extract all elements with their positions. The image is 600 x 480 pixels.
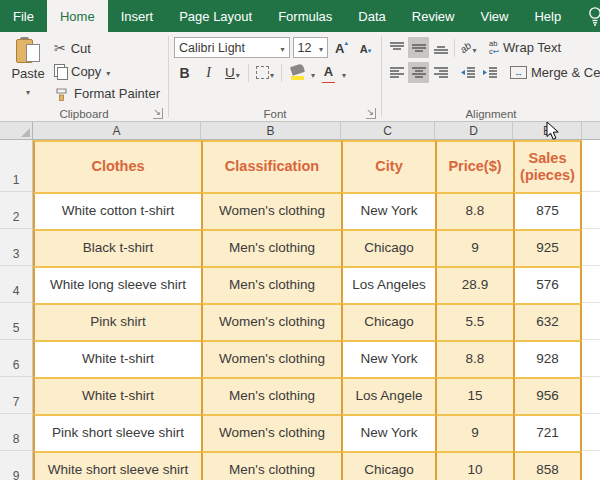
tab-formulas[interactable]: Formulas [265,0,345,32]
clipboard-dialog-launcher-icon[interactable] [153,108,163,119]
cell-filler[interactable] [582,340,600,377]
decrease-font-size-button[interactable] [355,37,376,58]
cell-filler[interactable] [582,451,600,480]
cell-e5[interactable]: 632 [513,303,582,340]
cell-filler[interactable] [582,229,600,266]
cell-d4[interactable]: 28.9 [435,266,513,303]
row-header-1[interactable]: 1 [0,140,33,192]
cell-e6[interactable]: 928 [513,340,582,377]
cell-e1[interactable]: Sales (pieces) [513,140,582,192]
increase-indent-button[interactable] [479,62,500,83]
tab-insert[interactable]: Insert [108,0,167,32]
align-right-button[interactable] [430,62,451,83]
cell-filler[interactable] [582,377,600,414]
cell-d5[interactable]: 5.5 [435,303,513,340]
cell-b9[interactable]: Men's clothing [201,451,341,480]
align-left-button[interactable] [386,62,407,83]
col-header-d[interactable]: D [435,122,513,140]
merge-center-button[interactable]: Merge & Ce [510,65,600,80]
cell-d3[interactable]: 9 [435,229,513,266]
center-button[interactable] [408,62,429,83]
col-header-b[interactable]: B [201,122,341,140]
cell-b5[interactable]: Women's clothing [201,303,341,340]
tab-view[interactable]: View [467,0,521,32]
row-header-3[interactable]: 3 [0,229,33,266]
cell-a7[interactable]: White t-shirt [33,377,201,414]
tab-home[interactable]: Home [47,0,108,32]
cell-a1[interactable]: Clothes [33,140,201,192]
cell-b8[interactable]: Women's clothing [201,414,341,451]
cell-c3[interactable]: Chicago [341,229,435,266]
row-header-6[interactable]: 6 [0,340,33,377]
cell-b4[interactable]: Men's clothing [201,266,341,303]
italic-button[interactable]: I [198,62,219,83]
cell-a2[interactable]: White cotton t-shirt [33,192,201,229]
cell-a3[interactable]: Black t-shirt [33,229,201,266]
select-all-corner[interactable] [0,122,33,140]
cell-e7[interactable]: 956 [513,377,582,414]
row-header-2[interactable]: 2 [0,192,33,229]
cell-d2[interactable]: 8.8 [435,192,513,229]
tab-review[interactable]: Review [399,0,468,32]
copy-button[interactable]: Copy [54,61,160,82]
cell-filler[interactable] [582,266,600,303]
borders-button[interactable] [254,62,276,83]
cell-c5[interactable]: Chicago [341,303,435,340]
cell-b1[interactable]: Classification [201,140,341,192]
cell-b2[interactable]: Women's clothing [201,192,341,229]
cell-c4[interactable]: Los Angeles [341,266,435,303]
tab-file[interactable]: File [0,0,47,32]
font-name-select[interactable]: Calibri Light [174,37,290,58]
row-header-9[interactable]: 9 [0,451,33,480]
cell-c1[interactable]: City [341,140,435,192]
paste-dropdown-icon[interactable] [26,81,30,99]
fill-color-button[interactable] [287,62,308,83]
cell-d7[interactable]: 15 [435,377,513,414]
cell-b7[interactable]: Men's clothing [201,377,341,414]
col-header-c[interactable]: C [341,122,435,140]
underline-button[interactable]: U [222,62,243,83]
row-header-7[interactable]: 7 [0,377,33,414]
cell-e2[interactable]: 875 [513,192,582,229]
font-color-dropdown-icon[interactable] [342,64,346,82]
cell-e9[interactable]: 858 [513,451,582,480]
cell-a8[interactable]: Pink short sleeve shirt [33,414,201,451]
font-size-select[interactable]: 12 [293,37,328,58]
row-header-5[interactable]: 5 [0,303,33,340]
tab-help[interactable]: Help [521,0,574,32]
cell-c7[interactable]: Los Angele [341,377,435,414]
cell-d9[interactable]: 10 [435,451,513,480]
cell-a5[interactable]: Pink shirt [33,303,201,340]
middle-align-button[interactable] [408,37,429,58]
cell-c6[interactable]: New York [341,340,435,377]
cell-e8[interactable]: 721 [513,414,582,451]
orientation-button[interactable] [458,37,479,58]
bottom-align-button[interactable] [430,37,451,58]
cell-c8[interactable]: New York [341,414,435,451]
cell-filler[interactable] [582,192,600,229]
cell-d1[interactable]: Price($) [435,140,513,192]
cell-d8[interactable]: 9 [435,414,513,451]
cell-a6[interactable]: White t-shirt [33,340,201,377]
cell-d6[interactable]: 8.8 [435,340,513,377]
cell-filler[interactable] [582,140,600,192]
copy-dropdown-icon[interactable] [106,64,110,79]
format-painter-button[interactable]: Format Painter [54,83,160,104]
cell-b6[interactable]: Women's clothing [201,340,341,377]
wrap-text-button[interactable]: Wrap Text [489,40,561,56]
cut-button[interactable]: Cut [54,38,160,59]
borders-dropdown-icon[interactable] [270,64,274,82]
tab-data[interactable]: Data [345,0,398,32]
top-align-button[interactable] [386,37,407,58]
cell-filler[interactable] [582,414,600,451]
font-dialog-launcher-icon[interactable] [366,108,376,119]
underline-dropdown-icon[interactable] [236,64,240,82]
tell-me-lightbulb-icon[interactable] [574,0,600,32]
paste-button[interactable]: Paste [2,35,54,104]
cell-c9[interactable]: Chicago [341,451,435,480]
cell-c2[interactable]: New York [341,192,435,229]
bold-button[interactable]: B [174,62,195,83]
fill-color-dropdown-icon[interactable] [311,64,315,82]
row-header-4[interactable]: 4 [0,266,33,303]
tab-page-layout[interactable]: Page Layout [166,0,265,32]
